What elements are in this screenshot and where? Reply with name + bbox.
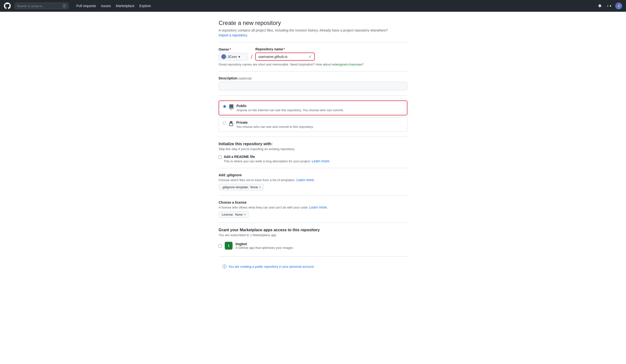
- license-learn-more[interactable]: Learn more.: [309, 205, 328, 209]
- repo-name-input[interactable]: [258, 55, 307, 59]
- readme-checkbox[interactable]: [219, 155, 222, 159]
- nav-issues[interactable]: Issues: [99, 3, 113, 9]
- visibility-section: Public Anyone on the internet can see th…: [219, 101, 407, 132]
- owner-avatar: [221, 54, 226, 59]
- private-option[interactable]: Private You choose who can see and commi…: [219, 117, 407, 132]
- initialize-subtitle: Skip this step if you're importing an ex…: [219, 147, 407, 151]
- nav-marketplace[interactable]: Marketplace: [114, 3, 136, 9]
- owner-group: Owner* JCvvv ▾: [219, 47, 248, 61]
- public-option[interactable]: Public Anyone on the internet can see th…: [219, 101, 407, 115]
- footer-note: i You are creating a public repository i…: [219, 261, 407, 271]
- divider-3: [219, 95, 407, 96]
- search-bar[interactable]: /: [15, 3, 69, 9]
- divider-6: [219, 195, 407, 196]
- owner-select[interactable]: JCvvv ▾: [219, 53, 248, 61]
- notifications-button[interactable]: [597, 3, 603, 9]
- owner-repo-row: Owner* JCvvv ▾ / Repository name* ✓: [219, 47, 407, 61]
- checkmark-icon: ✓: [309, 54, 312, 59]
- path-divider: /: [251, 54, 252, 61]
- add-button[interactable]: + ▾: [606, 3, 612, 9]
- private-content: Private You choose who can see and commi…: [236, 120, 403, 129]
- imgbot-name: Imgbot: [235, 242, 407, 246]
- suggestion-link[interactable]: redesigned-chainsaw: [332, 63, 362, 66]
- gitignore-learn-more[interactable]: Learn more.: [296, 178, 315, 182]
- license-label: License:: [222, 213, 234, 216]
- divider-7: [219, 223, 407, 223]
- description-input[interactable]: [219, 82, 407, 90]
- license-arrow: ▾: [244, 213, 245, 216]
- search-kbd: /: [63, 4, 66, 8]
- search-input[interactable]: [17, 4, 61, 8]
- imgbot-desc: A GitHub app that optimizes your images: [235, 246, 407, 250]
- gitignore-desc: Choose which files not to track from a l…: [219, 178, 407, 182]
- public-radio[interactable]: [223, 105, 226, 108]
- navbar-right: + ▾ J: [597, 2, 622, 9]
- nav-explore[interactable]: Explore: [137, 3, 153, 9]
- description-label: Description (optional): [219, 76, 407, 80]
- main-content: Create a new repository A repository con…: [213, 20, 413, 271]
- license-title: Choose a license: [219, 200, 407, 204]
- initialize-title: Initialize this repository with:: [219, 142, 407, 146]
- repo-name-input-container: ✓: [256, 53, 314, 60]
- readme-content: Add a README file This is where you can …: [224, 155, 330, 163]
- owner-label: Owner*: [219, 47, 248, 51]
- page-title: Create a new repository: [219, 20, 407, 26]
- import-link[interactable]: Import a repository.: [219, 33, 248, 37]
- readme-row: Add a README file This is where you can …: [219, 155, 407, 163]
- imgbot-row: I Imgbot A GitHub app that optimizes you…: [219, 240, 407, 252]
- gitignore-template-label: .gitignore template:: [222, 185, 249, 189]
- private-title: Private: [236, 120, 403, 124]
- repo-name-group: Repository name* ✓: [255, 47, 315, 61]
- readme-learn-more[interactable]: Learn more.: [312, 159, 330, 163]
- public-desc: Anyone on the internet can see this repo…: [236, 108, 403, 112]
- owner-dropdown-arrow: ▾: [238, 55, 240, 59]
- license-desc: A license tells others what they can and…: [219, 205, 407, 209]
- info-icon: i: [223, 264, 227, 268]
- readme-label: Add a README file: [224, 155, 330, 159]
- nav-links: Pull requests Issues Marketplace Explore: [74, 3, 153, 9]
- gitignore-arrow: ▾: [259, 186, 261, 188]
- divider-8: [219, 256, 407, 257]
- license-dropdown[interactable]: License: None ▾: [219, 211, 249, 218]
- github-logo[interactable]: [4, 2, 11, 9]
- initialize-section: Initialize this repository with: Skip th…: [219, 142, 407, 163]
- public-title: Public: [236, 104, 403, 108]
- inspiration-text: Great repository names are short and mem…: [219, 63, 407, 66]
- divider-1: [219, 42, 407, 42]
- gitignore-template-value: None: [250, 185, 258, 189]
- private-radio[interactable]: [223, 121, 226, 125]
- imgbot-icon: I: [225, 242, 233, 250]
- footer-note-text: You are creating a public repository in …: [228, 265, 314, 268]
- repo-name-wrapper: ✓: [255, 53, 315, 61]
- description-group: Description (optional): [219, 76, 407, 90]
- owner-value: JCvvv: [228, 55, 237, 59]
- public-icon: [229, 104, 234, 111]
- license-section: Choose a license A license tells others …: [219, 200, 407, 218]
- page-subtitle: A repository contains all project files,…: [219, 28, 407, 32]
- avatar[interactable]: J: [615, 2, 622, 9]
- private-icon: [228, 121, 234, 128]
- imgbot-checkbox[interactable]: [219, 244, 222, 247]
- divider-5: [219, 168, 407, 168]
- readme-desc: This is where you can write a long descr…: [224, 159, 330, 163]
- divider-4: [219, 137, 407, 137]
- private-desc: You choose who can see and commit to thi…: [236, 125, 403, 129]
- gitignore-title: Add .gitignore: [219, 173, 407, 177]
- navbar: / Pull requests Issues Marketplace Explo…: [0, 0, 626, 12]
- nav-pull-requests[interactable]: Pull requests: [74, 3, 98, 9]
- license-value: None: [235, 213, 242, 216]
- gitignore-section: Add .gitignore Choose which files not to…: [219, 173, 407, 190]
- marketplace-subtitle: You are subscribed to 1 Marketplace app: [219, 233, 407, 237]
- repo-name-label: Repository name*: [255, 47, 315, 51]
- marketplace-section: Grant your Marketplace apps access to th…: [219, 228, 407, 252]
- public-content: Public Anyone on the internet can see th…: [236, 104, 403, 112]
- gitignore-dropdown[interactable]: .gitignore template: None ▾: [219, 184, 264, 190]
- marketplace-title: Grant your Marketplace apps access to th…: [219, 228, 407, 232]
- imgbot-info: Imgbot A GitHub app that optimizes your …: [235, 242, 407, 250]
